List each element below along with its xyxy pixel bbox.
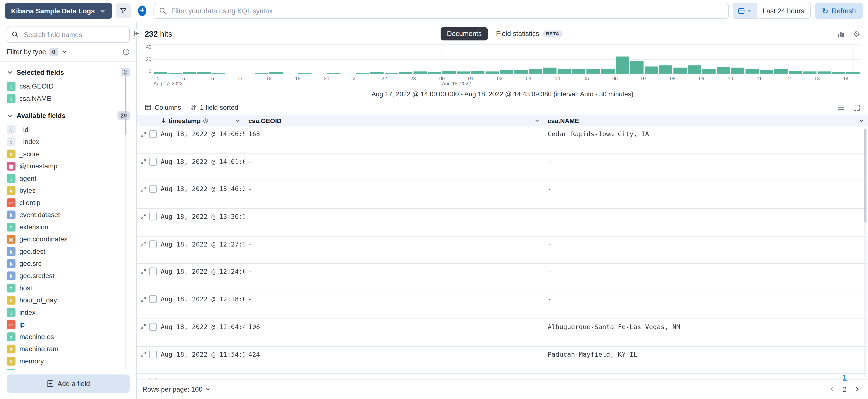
row-checkbox[interactable] [149,130,157,138]
histogram-bar[interactable] [299,73,312,74]
info-icon[interactable] [123,48,130,56]
tab-documents[interactable]: Documents [441,27,488,40]
cell-csa-geoid[interactable]: 106 [244,319,544,331]
field-sorted-button[interactable]: 1 field sorted [190,104,238,111]
field-item-geo-coordinates[interactable]: ◎geo.coordinates [6,233,130,245]
histogram-bar[interactable] [659,65,672,74]
columns-button[interactable]: Columns [145,104,181,111]
field-item-geo-srcdest[interactable]: kgeo.srcdest [6,270,130,282]
histogram-bar[interactable] [745,69,758,74]
fullscreen-icon[interactable] [853,104,860,111]
cell-csa-name[interactable]: Tulsa-Muskogee-Bartlesville, OK [544,374,868,379]
cell-timestamp[interactable]: Aug 18, 2022 @ 12:24:06.875 [157,264,244,275]
row-checkbox[interactable] [149,295,157,303]
saved-queries-button[interactable] [116,3,131,19]
date-quick-select-button[interactable] [733,3,756,19]
field-item-csa-name[interactable]: tcsa.NAME [6,93,130,105]
filter-by-type-button[interactable]: Filter by type 0 [6,48,67,56]
histogram-bar[interactable] [197,72,211,74]
column-header-csa-name[interactable]: csa.NAME [544,115,868,126]
histogram-bar[interactable] [832,72,845,74]
histogram-bar[interactable] [442,71,456,74]
data-view-picker-button[interactable]: Kibana Sample Data Logs [5,3,112,19]
histogram-bar[interactable] [817,71,831,74]
cell-csa-name[interactable]: Albuquerque-Santa Fe-Las Vegas, NM [544,319,868,331]
cell-csa-geoid[interactable]: - [244,236,544,248]
histogram-bar[interactable] [702,68,715,74]
kql-search-input[interactable] [170,6,723,15]
histogram-bar[interactable] [645,66,658,74]
cell-csa-geoid[interactable]: - [244,181,544,193]
histogram-bar[interactable] [428,72,441,74]
histogram-bar[interactable] [270,72,283,74]
histogram-bar[interactable] [688,65,701,74]
histogram-bar[interactable] [183,72,196,74]
cell-csa-name[interactable]: - [544,264,868,275]
histogram-bar[interactable] [544,68,557,74]
cell-timestamp[interactable]: Aug 18, 2022 @ 12:27:14.527 [157,236,244,248]
expand-row-icon[interactable] [140,241,147,247]
field-section-header[interactable]: Available fields29 [6,111,130,120]
cell-csa-name[interactable]: - [544,236,868,248]
cell-timestamp[interactable]: Aug 18, 2022 @ 13:46:36.315 [157,181,244,193]
grid-scrollbar[interactable] [864,129,866,377]
histogram-bar[interactable] [457,71,470,74]
field-item-index[interactable]: tindex [6,306,130,319]
field-item-csa-geoid[interactable]: tcsa.GEOID [6,80,130,93]
expand-row-icon[interactable] [140,131,147,137]
histogram-bar[interactable] [587,69,600,74]
field-item--index[interactable]: ○_index [6,136,130,148]
cell-csa-geoid[interactable]: - [244,264,544,275]
histogram-bar[interactable] [168,73,182,74]
field-item-hour-of-day[interactable]: #hour_of_day [6,294,130,306]
histogram-bar[interactable] [327,73,341,74]
cell-csa-geoid[interactable]: - [244,209,544,221]
histogram-bar[interactable] [803,71,816,74]
expand-row-icon[interactable] [140,186,147,192]
histogram-bar[interactable] [515,70,528,74]
cell-csa-name[interactable]: - [544,181,868,193]
histogram-bar[interactable] [731,68,744,74]
histogram-bar[interactable] [572,69,586,74]
field-item-machine-os[interactable]: tmachine.os [6,331,130,343]
histogram-bar[interactable] [846,72,860,74]
field-section-header[interactable]: Selected fields2 [6,68,130,76]
cell-timestamp[interactable]: Aug 18, 2022 @ 12:04:41.998 [157,319,244,331]
expand-row-icon[interactable] [140,324,147,330]
row-checkbox[interactable] [149,213,157,221]
field-item-machine-ram[interactable]: #machine.ram [6,343,130,355]
histogram-bar[interactable] [385,73,398,74]
histogram-bar[interactable] [356,73,369,74]
histogram-bar[interactable] [414,71,427,74]
next-page-button[interactable] [852,386,863,392]
collapse-sidebar-button[interactable] [132,29,141,38]
chart-plot-area[interactable] [154,44,860,74]
row-checkbox[interactable] [149,350,157,358]
field-item-agent[interactable]: tagent [6,172,130,185]
row-checkbox[interactable] [149,268,157,275]
histogram-bar[interactable] [601,68,615,74]
cell-timestamp[interactable]: Aug 18, 2022 @ 14:06:51.816 [157,126,244,138]
cell-timestamp[interactable]: Aug 18, 2022 @ 12:18:06.737 [157,291,244,303]
tab-field-statistics[interactable]: Field statistics BETA [490,27,568,40]
cell-csa-name[interactable]: - [544,154,868,165]
field-item-message[interactable]: tmessage [6,367,130,370]
page-button-2[interactable]: 2 [839,383,851,395]
histogram-bar[interactable] [630,61,643,74]
field-item-ip[interactable]: IPip [6,319,130,331]
field-item-geo-src[interactable]: kgeo.src [6,258,130,270]
column-header-timestamp[interactable]: timestamp [157,115,244,126]
histogram-bar[interactable] [471,71,485,74]
add-filter-button[interactable]: + [135,3,150,19]
field-item-clientip[interactable]: IPclientip [6,197,130,209]
display-density-icon[interactable] [837,104,845,111]
histogram-bar[interactable] [616,57,629,74]
histogram-bar[interactable] [673,68,687,74]
expand-row-icon[interactable] [140,296,147,302]
histogram-bar[interactable] [399,72,412,74]
cell-csa-geoid[interactable]: 168 [244,126,544,138]
chart-options-icon[interactable] [837,30,845,38]
gear-icon[interactable]: ⚙ [854,30,860,38]
field-item--id[interactable]: ○_id [6,124,130,136]
field-item--timestamp[interactable]: ▦@timestamp [6,160,130,172]
